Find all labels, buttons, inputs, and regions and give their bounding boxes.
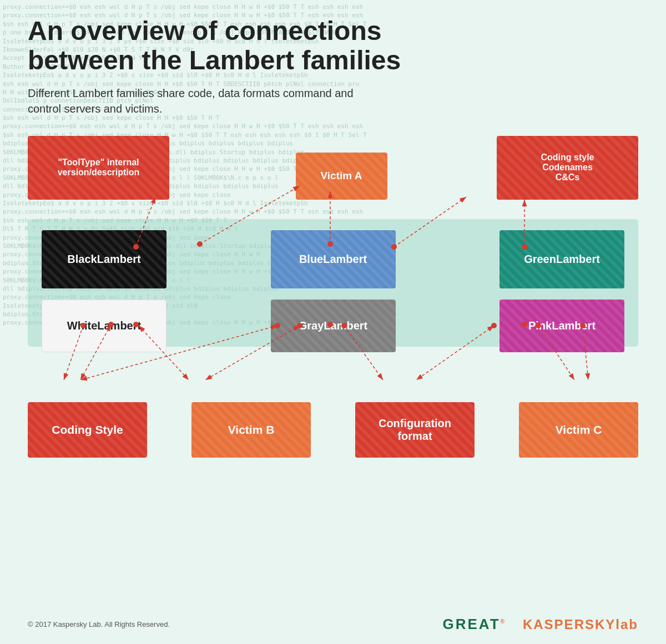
main-content: An overview of connections between the L…	[0, 0, 666, 530]
page-title: An overview of connections between the L…	[28, 17, 416, 75]
diagram-panel: BlackLambert BlueLambert GreenLambert Wh…	[28, 219, 638, 347]
tooltype-box: "ToolType" internal version/description	[28, 136, 169, 200]
diagram-container: "ToolType" internal version/description …	[28, 136, 638, 513]
blue-lambert-box: BlueLambert	[271, 230, 396, 288]
victim-c-box: Victim C	[519, 402, 638, 458]
page-subtitle: Different Lambert families share code, d…	[28, 85, 372, 116]
coding-style-top-box: Coding style Codenames C&Cs	[497, 136, 638, 200]
victim-a-box: Victim A	[296, 153, 387, 200]
footer: © 2017 Kaspersky Lab. All Rights Reserve…	[28, 616, 638, 633]
black-lambert-box: BlackLambert	[42, 230, 167, 288]
config-format-box: Configuration format	[355, 402, 475, 458]
pink-lambert-box: PinkLambert	[500, 300, 624, 352]
kaspersky-logo: KASPERSKYlab	[523, 617, 638, 632]
copyright-text: © 2017 Kaspersky Lab. All Rights Reserve…	[28, 620, 170, 628]
gray-lambert-box: GrayLambert	[271, 300, 396, 352]
green-lambert-box: GreenLambert	[500, 230, 624, 288]
logos-container: GREAT® KASPERSKYlab	[442, 616, 638, 633]
victim-b-box: Victim B	[191, 402, 311, 458]
great-logo: GREAT®	[442, 616, 506, 633]
coding-style-bottom-box: Coding Style	[28, 402, 147, 458]
white-lambert-box: WhiteLambert	[42, 300, 167, 352]
